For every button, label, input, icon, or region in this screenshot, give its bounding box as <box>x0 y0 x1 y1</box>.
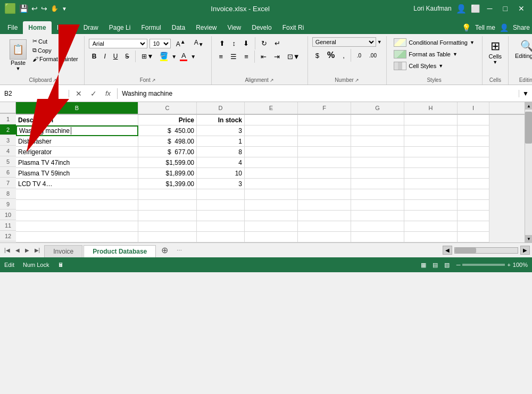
cell-d10[interactable] <box>197 211 245 221</box>
col-b-header[interactable]: B <box>16 102 138 114</box>
tab-file[interactable]: File <box>2 21 23 34</box>
cell-e5[interactable] <box>245 157 298 168</box>
col-d-header[interactable]: D <box>197 102 245 114</box>
sheet-nav-last[interactable]: ▶| <box>32 246 43 254</box>
copy-button[interactable]: ⧉ Copy <box>31 46 80 54</box>
cell-d8[interactable] <box>197 189 245 200</box>
cell-c6[interactable]: $1,899.00 <box>138 168 197 179</box>
col-g-header[interactable]: G <box>351 102 404 114</box>
cell-f7[interactable] <box>298 179 351 189</box>
cell-c8[interactable] <box>138 189 197 200</box>
cell-g4[interactable] <box>351 147 404 157</box>
number-format-select[interactable]: General <box>312 37 376 47</box>
normal-view-button[interactable]: ▦ <box>418 260 429 270</box>
number-expand-icon[interactable]: ↗ <box>355 78 359 83</box>
align-bottom-button[interactable]: ⬇ <box>240 37 252 49</box>
number-format-dropdown[interactable]: ▼ <box>377 39 382 45</box>
cell-g8[interactable] <box>351 189 404 200</box>
comma-button[interactable]: , <box>339 50 348 61</box>
cells-dropdown-icon[interactable]: ▼ <box>493 60 497 65</box>
cell-h4[interactable] <box>404 147 458 157</box>
cell-c2[interactable]: $ 450.00 <box>138 125 197 136</box>
col-c-header[interactable]: C <box>138 102 197 114</box>
cell-h6[interactable] <box>404 168 458 179</box>
cell-b3[interactable]: Dishwasher <box>16 136 138 147</box>
cell-styles-button[interactable]: Cell Styles ▼ <box>392 61 445 71</box>
cell-g2[interactable] <box>351 125 404 136</box>
tab-review[interactable]: Review <box>190 21 222 34</box>
font-family-select[interactable]: Arial <box>89 39 147 48</box>
cell-h9[interactable] <box>404 200 458 211</box>
col-f-header[interactable]: F <box>298 102 351 114</box>
cell-i8[interactable] <box>458 189 489 200</box>
cell-c7[interactable]: $1,399.00 <box>138 179 197 189</box>
page-layout-view-button[interactable]: ▤ <box>430 260 440 270</box>
horizontal-scroll-thumb[interactable] <box>455 248 476 253</box>
cell-c12[interactable] <box>138 232 197 242</box>
scroll-up-button[interactable]: ▲ <box>525 102 532 110</box>
cell-f8[interactable] <box>298 189 351 200</box>
cell-b8[interactable] <box>16 189 138 200</box>
increase-font-size-button[interactable]: A▲ <box>173 37 189 49</box>
minimize-button[interactable]: ─ <box>484 3 496 14</box>
cell-f2[interactable] <box>298 125 351 136</box>
cell-d7[interactable]: 3 <box>197 179 245 189</box>
cancel-formula-icon[interactable]: ✕ <box>73 88 84 99</box>
cell-d9[interactable] <box>197 200 245 211</box>
cell-i10[interactable] <box>458 211 489 221</box>
sheet-tab-invoice[interactable]: Invoice <box>44 245 82 257</box>
cell-i2[interactable] <box>458 125 489 136</box>
cell-f3[interactable] <box>298 136 351 147</box>
share-button[interactable]: Share <box>513 24 530 31</box>
formula-input[interactable] <box>118 90 519 97</box>
tab-developer[interactable]: Develo <box>246 21 277 34</box>
font-size-select[interactable]: 10 <box>149 39 171 48</box>
tell-me-label[interactable]: Tell me <box>475 24 495 31</box>
cell-b9[interactable] <box>16 200 138 211</box>
text-direction-button[interactable]: ↻ <box>258 37 270 49</box>
clipboard-expand-icon[interactable]: ↗ <box>53 78 57 83</box>
currency-button[interactable]: $ <box>312 50 322 61</box>
cell-h5[interactable] <box>404 157 458 168</box>
col-h-header[interactable]: H <box>404 102 458 114</box>
cell-d3[interactable]: 1 <box>197 136 245 147</box>
cell-f1[interactable] <box>298 115 351 125</box>
format-table-dropdown-icon[interactable]: ▼ <box>453 52 458 57</box>
scroll-track[interactable] <box>525 110 532 235</box>
cell-g5[interactable] <box>351 157 404 168</box>
scroll-thumb[interactable] <box>525 112 532 144</box>
col-i-header[interactable]: I <box>458 102 489 114</box>
cell-c4[interactable]: $ 677.00 <box>138 147 197 157</box>
tab-home[interactable]: Home <box>23 21 51 34</box>
cell-c10[interactable] <box>138 211 197 221</box>
cell-i9[interactable] <box>458 200 489 211</box>
cell-styles-dropdown-icon[interactable]: ▼ <box>438 63 443 69</box>
more-sheets-icon[interactable]: ⋯ <box>177 247 182 253</box>
cell-i11[interactable] <box>458 221 489 232</box>
cell-h8[interactable] <box>404 189 458 200</box>
cell-c1[interactable]: Price <box>138 115 197 125</box>
ribbon-display-icon[interactable]: ⬜ <box>471 4 480 13</box>
decrease-font-size-button[interactable]: A▼ <box>191 37 207 49</box>
cond-fmt-dropdown-icon[interactable]: ▼ <box>470 40 475 45</box>
format-painter-button[interactable]: 🖌 Format Painter <box>31 55 80 63</box>
cell-d2[interactable]: 3 <box>197 125 245 136</box>
qat-dropdown-icon[interactable]: ▼ <box>62 6 67 12</box>
cell-f11[interactable] <box>298 221 351 232</box>
cell-c11[interactable] <box>138 221 197 232</box>
tab-formulas[interactable]: Formul <box>136 21 166 34</box>
merge-center-button[interactable]: ⊡▼ <box>284 51 303 63</box>
tab-page-layout[interactable]: Page Li <box>104 21 136 34</box>
name-box-input[interactable]: B2 <box>4 90 52 97</box>
alignment-expand-icon[interactable]: ↗ <box>270 78 274 83</box>
align-middle-button[interactable]: ↕ <box>229 37 239 49</box>
zoom-in-button[interactable]: + <box>507 262 510 268</box>
redo-icon[interactable]: ↪ <box>41 4 47 13</box>
cell-b7[interactable]: LCD TV 4… <box>16 179 138 189</box>
wrap-text-button[interactable]: ↵ <box>271 37 284 49</box>
cell-g1[interactable] <box>351 115 404 125</box>
cell-g10[interactable] <box>351 211 404 221</box>
sheet-nav-first[interactable]: |◀ <box>2 246 12 254</box>
cell-e9[interactable] <box>245 200 298 211</box>
cell-f4[interactable] <box>298 147 351 157</box>
